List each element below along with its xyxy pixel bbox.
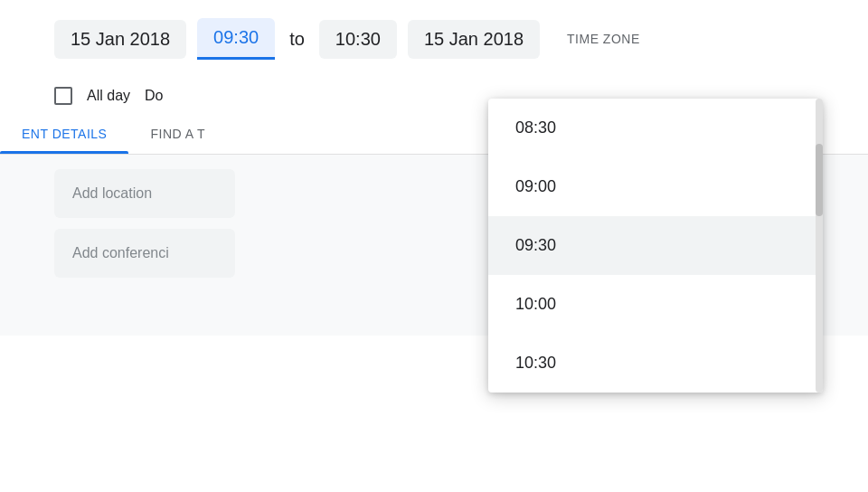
scrollbar-track[interactable] [816,99,823,393]
tab-find-time[interactable]: FIND A T [128,114,227,154]
start-time-chip[interactable]: 09:30 [197,18,275,60]
dropdown-item-1030[interactable]: 10:30 [488,334,823,393]
to-label: to [286,29,308,50]
end-time-chip[interactable]: 10:30 [319,20,397,59]
dropdown-item-0930[interactable]: 09:30 [488,216,823,275]
allday-checkbox[interactable] [54,87,72,105]
dropdown-item-0900[interactable]: 09:00 [488,157,823,216]
datetime-bar: 15 Jan 2018 09:30 to 10:30 15 Jan 2018 T… [0,0,868,78]
dropdown-item-1000[interactable]: 10:00 [488,275,823,334]
time-dropdown: 08:30 09:00 09:30 10:00 10:30 [488,99,823,393]
conference-field[interactable]: Add conferenci [54,229,235,278]
end-date-chip[interactable]: 15 Jan 2018 [408,20,540,59]
start-date-chip[interactable]: 15 Jan 2018 [54,20,186,59]
location-field[interactable]: Add location [54,169,235,218]
scrollbar-thumb[interactable] [816,144,823,216]
dropdown-item-0830[interactable]: 08:30 [488,99,823,157]
timezone-button[interactable]: TIME ZONE [558,24,649,53]
do-text: Do [145,88,163,104]
allday-label: All day [87,88,130,104]
tab-event-details[interactable]: ENT DETAILS [0,114,128,154]
